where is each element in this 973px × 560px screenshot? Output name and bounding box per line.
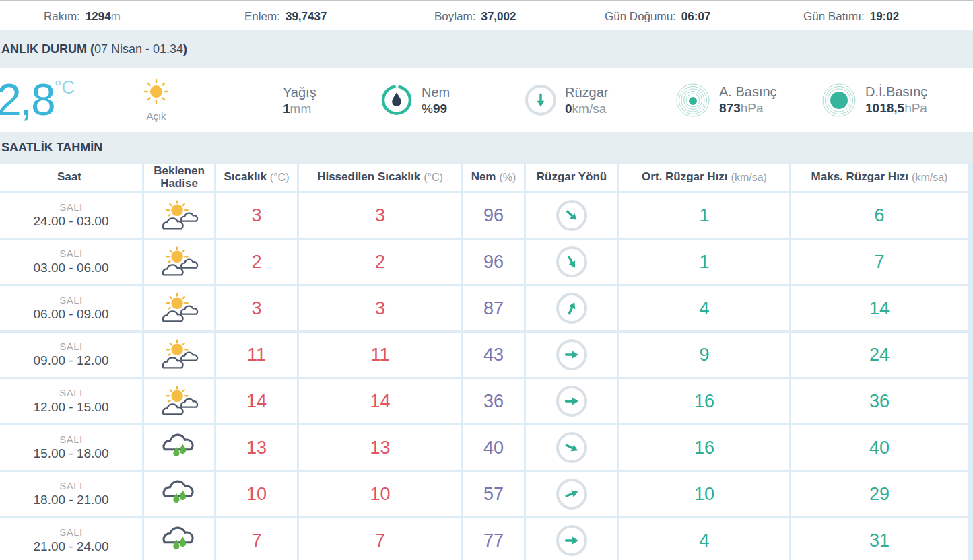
row-day: SALI xyxy=(59,433,83,446)
cell-wind-direction xyxy=(526,332,617,377)
cell-wind-max: 31 xyxy=(791,518,968,560)
wind-direction-icon xyxy=(556,432,587,463)
cell-wind-direction xyxy=(526,425,617,470)
row-day: SALI xyxy=(59,247,83,260)
hourly-forecast-table: Saat Beklenen Hadise Sıcaklık(°C) Hissed… xyxy=(0,163,973,560)
cell-condition-icon xyxy=(144,286,214,330)
stat-value: 37,002 xyxy=(481,10,516,24)
stat-value: 1mm xyxy=(283,100,316,116)
section-title: ANLIK DURUM xyxy=(1,42,87,57)
stat-label: Gün Doğumu: xyxy=(605,10,676,24)
cell-feels-like: 3 xyxy=(299,286,461,330)
wind-direction-icon xyxy=(556,386,587,417)
section-title: SAATLİK TAHMİN xyxy=(1,141,102,155)
wind-direction-icon xyxy=(556,246,587,277)
precipitation-stat: Yağış 1mm xyxy=(283,83,316,116)
location-stats-bar: Rakım: 1294 m Enlem: 39,7437 Boylam: 37,… xyxy=(0,0,973,32)
stat-value: 06:07 xyxy=(681,10,710,24)
cell-wind-direction xyxy=(526,286,617,330)
temperature-unit: °C xyxy=(55,77,75,97)
stat-label: Yağış xyxy=(283,83,316,100)
row-time-range: 15.00 - 18.00 xyxy=(34,446,109,462)
wind-direction-icon xyxy=(556,293,587,324)
cell-wind-avg: 4 xyxy=(619,286,789,330)
current-temperature: 2,8°C xyxy=(0,77,75,121)
cell-condition-icon xyxy=(144,472,214,516)
row-time-range: 18.00 - 21.00 xyxy=(34,492,109,509)
stat-sunset: Gün Batımı: 19:02 xyxy=(803,1,899,32)
cell-wind-direction xyxy=(526,379,617,423)
column-header-wind-max: Maks. Rüzgar Hızı(km/sa) xyxy=(791,164,968,191)
cell-wind-avg: 16 xyxy=(619,379,789,423)
cell-feels-like: 3 xyxy=(299,193,461,238)
row-time-range: 03.00 - 06.00 xyxy=(34,260,109,277)
column-header-wind-direction: Rüzgar Yönü xyxy=(526,164,617,191)
cell-wind-direction xyxy=(526,193,617,238)
current-condition: Açık xyxy=(131,79,182,121)
stat-label: Rakım: xyxy=(44,10,80,24)
rain-icon xyxy=(162,525,196,556)
cell-temperature: 3 xyxy=(216,286,297,330)
stat-value: 39,7437 xyxy=(286,10,327,24)
current-conditions: 2,8°C Açık Yağış 1mm xyxy=(0,68,973,132)
stat-label: Enlem: xyxy=(244,10,280,24)
stat-value: 0km/sa xyxy=(565,100,608,116)
row-day: SALI xyxy=(59,526,83,539)
partly-cloudy-icon xyxy=(160,200,199,231)
humidity-stat: Nem %99 xyxy=(380,83,450,116)
cell-condition-icon xyxy=(144,332,214,377)
stat-label: Rüzgar xyxy=(565,83,608,100)
rain-icon xyxy=(162,479,196,510)
hourly-forecast-header: SAATLİK TAHMİN xyxy=(0,132,973,163)
cell-temperature: 11 xyxy=(216,332,297,377)
row-time-range: 21.00 - 24.00 xyxy=(34,538,109,555)
cell-wind-max: 14 xyxy=(791,286,968,330)
cell-condition-icon xyxy=(144,425,214,470)
cell-wind-max: 6 xyxy=(791,193,968,238)
stat-longitude: Boylam: 37,002 xyxy=(434,1,516,32)
wind-direction-icon xyxy=(556,525,587,556)
current-conditions-header: ANLIK DURUM ( 07 Nisan - 01.34 ) xyxy=(0,30,973,68)
stat-label: Nem xyxy=(422,83,450,100)
cell-time: SALI 09.00 - 12.00 xyxy=(0,332,142,377)
column-header-condition: Beklenen Hadise xyxy=(144,164,214,191)
sun-icon xyxy=(141,79,172,106)
partly-cloudy-icon xyxy=(160,386,199,417)
column-header-feels-like: Hissedilen Sıcaklık(°C) xyxy=(299,164,461,191)
cell-temperature: 3 xyxy=(216,193,297,238)
wind-direction-icon xyxy=(556,339,587,370)
actual-pressure-stat: A. Basınç 873hPa xyxy=(675,83,777,118)
cell-wind-avg: 1 xyxy=(619,193,789,238)
cell-wind-max: 7 xyxy=(791,240,968,284)
cell-temperature: 10 xyxy=(216,472,297,516)
cell-time: SALI 03.00 - 06.00 xyxy=(0,240,142,284)
stat-label: Gün Batımı: xyxy=(803,10,865,24)
cell-condition-icon xyxy=(144,193,214,238)
cell-condition-icon xyxy=(144,240,214,284)
cell-feels-like: 14 xyxy=(299,379,461,423)
cell-humidity: 43 xyxy=(463,332,524,377)
cell-wind-direction xyxy=(526,240,617,284)
wind-direction-icon xyxy=(556,479,587,510)
condition-label: Açık xyxy=(131,110,182,121)
cell-wind-avg: 16 xyxy=(619,425,789,470)
cell-time: SALI 24.00 - 03.00 xyxy=(0,193,142,238)
cell-humidity: 96 xyxy=(463,193,524,238)
weather-page: Rakım: 1294 m Enlem: 39,7437 Boylam: 37,… xyxy=(0,0,973,560)
cell-temperature: 13 xyxy=(216,425,297,470)
row-day: SALI xyxy=(59,340,83,353)
cell-condition-icon xyxy=(144,379,214,423)
cell-wind-max: 29 xyxy=(791,472,968,516)
partly-cloudy-icon xyxy=(160,293,199,324)
stat-value: 873hPa xyxy=(719,100,777,116)
cell-temperature: 14 xyxy=(216,379,297,423)
stat-latitude: Enlem: 39,7437 xyxy=(244,1,327,32)
cell-humidity: 87 xyxy=(463,286,524,330)
cell-time: SALI 15.00 - 18.00 xyxy=(0,425,142,470)
row-day: SALI xyxy=(59,201,83,214)
cell-time: SALI 06.00 - 09.00 xyxy=(0,286,142,330)
forecast-grid: Saat Beklenen Hadise Sıcaklık(°C) Hissed… xyxy=(0,163,968,560)
cell-wind-avg: 1 xyxy=(619,240,789,284)
cell-wind-max: 24 xyxy=(791,332,968,377)
cell-time: SALI 18.00 - 21.00 xyxy=(0,472,142,516)
